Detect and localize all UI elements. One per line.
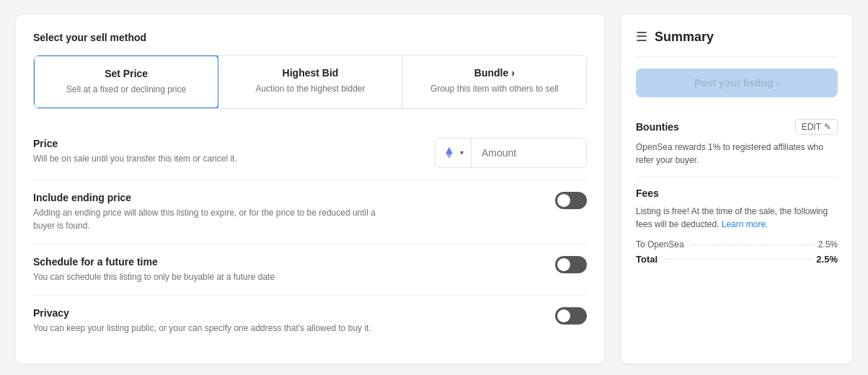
price-desc: Will be on sale until you transfer this … [33,152,237,165]
bundle-desc: Group this item with others to sell [415,83,575,95]
summary-header: ☰ Summary [636,29,838,57]
total-fee-value: 2.5% [816,254,838,265]
total-fee-row: Total 2.5% [636,254,838,265]
edit-label: EDIT [802,122,821,132]
amount-input[interactable] [471,138,587,168]
privacy-row: Privacy You can keep your listing public… [33,296,587,346]
total-fee-label: Total [636,254,816,265]
eth-icon [443,146,456,159]
schedule-future-toggle[interactable] [555,256,587,273]
privacy-left: Privacy You can keep your listing public… [33,307,371,335]
bounties-section: Bounties EDIT ✎ OpenSea rewards 1% to re… [636,109,838,177]
schedule-future-label: Schedule for a future time [33,256,275,268]
bundle-title: Bundle › [415,67,575,79]
privacy-toggle[interactable] [555,307,587,325]
bounties-label: Bounties [636,121,679,133]
pencil-icon: ✎ [824,122,831,132]
set-price-title: Set Price [46,68,206,79]
privacy-slider [555,307,587,325]
privacy-desc: You can keep your listing public, or you… [33,322,371,335]
page-container: Select your sell method Set Price Sell a… [16,14,852,363]
bounties-edit-button[interactable]: EDIT ✎ [795,119,838,135]
currency-dropdown[interactable]: ▾ [435,138,471,168]
price-section: Price Will be on sale until you transfer… [33,126,587,180]
include-ending-price-desc: Adding an ending price will allow this l… [33,206,379,232]
opensea-fee-label: To OpenSea [636,239,818,250]
set-price-desc: Sell at a fixed or declining price [46,84,206,96]
bounties-header: Bounties EDIT ✎ [636,119,838,135]
include-ending-price-row: Include ending price Adding an ending pr… [33,180,587,244]
fees-label: Fees [636,188,838,199]
price-input-group: ▾ [435,138,587,168]
opensea-fee-row: To OpenSea 2.5% [636,239,838,250]
bounties-description: OpenSea rewards 1% to registered affilia… [636,141,838,167]
include-ending-price-toggle[interactable] [555,192,587,209]
fees-section: Fees Listing is free! At the time of the… [636,177,838,279]
price-label: Price [33,138,237,149]
sell-method-highest-bid[interactable]: Highest Bid Auction to the highest bidde… [218,56,402,108]
price-left: Price Will be on sale until you transfer… [33,138,237,165]
section-title: Select your sell method [33,32,587,43]
sell-method-bundle[interactable]: Bundle › Group this item with others to … [403,56,586,108]
fees-description: Listing is free! At the time of the sale… [636,205,838,231]
currency-chevron-icon: ▾ [460,149,464,156]
schedule-future-desc: You can schedule this listing to only be… [33,270,275,283]
post-listing-button[interactable]: Post your listing › [636,69,838,97]
schedule-future-slider [555,256,587,273]
include-ending-price-slider [555,192,587,209]
fee-dots-total [665,259,812,260]
include-ending-price-label: Include ending price [33,192,379,203]
include-ending-price-toggle-container [555,192,587,209]
schedule-future-left: Schedule for a future time You can sched… [33,256,275,283]
opensea-fee-value: 2.5% [818,239,838,250]
schedule-future-toggle-container [555,256,587,273]
sell-method-set-price[interactable]: Set Price Sell at a fixed or declining p… [33,55,219,109]
privacy-toggle-container [555,307,587,325]
learn-more-link[interactable]: Learn more. [722,219,769,229]
highest-bid-desc: Auction to the highest bidder [230,83,390,95]
summary-list-icon: ☰ [636,29,647,45]
summary-panel: ☰ Summary Post your listing › Bounties E… [621,14,852,363]
main-panel: Select your sell method Set Price Sell a… [16,14,604,363]
sell-methods: Set Price Sell at a fixed or declining p… [33,55,587,109]
privacy-label: Privacy [33,307,371,319]
include-ending-price-left: Include ending price Adding an ending pr… [33,192,379,232]
summary-title: Summary [655,30,714,45]
highest-bid-title: Highest Bid [230,67,390,79]
fee-dots-opensea [691,244,814,245]
schedule-future-row: Schedule for a future time You can sched… [33,244,587,296]
